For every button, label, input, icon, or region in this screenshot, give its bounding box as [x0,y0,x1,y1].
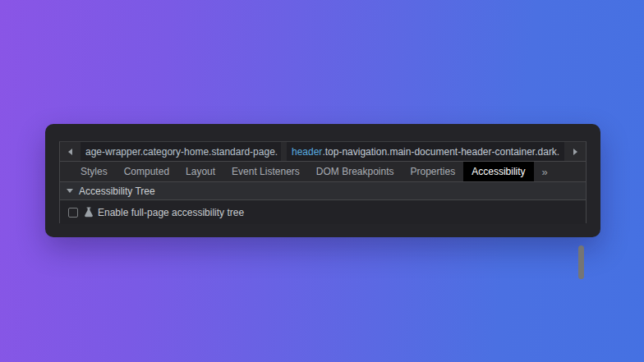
devtools-sidebar-pane: age-wrapper.category-home.standard-page.… [59,141,586,223]
tab-event-listeners[interactable]: Event Listeners [223,162,308,181]
tab-layout[interactable]: Layout [177,162,223,181]
sidebar-tab-bar: Styles Computed Layout Event Listeners D… [60,162,586,182]
scrollbar-thumb[interactable] [578,245,584,279]
enable-full-page-tree-row: Enable full-page accessibility tree [60,200,586,224]
more-tabs-button[interactable]: » [534,162,556,181]
accessibility-tree-section-header[interactable]: Accessibility Tree [60,182,586,200]
accessibility-tree-content: Enable full-page accessibility tree [60,200,586,224]
tab-dom-breakpoints[interactable]: DOM Breakpoints [308,162,402,181]
chevron-right-icon [573,149,577,155]
breadcrumb-forward-button[interactable] [565,142,586,161]
section-title: Accessibility Tree [79,186,155,197]
enable-full-page-tree-label[interactable]: Enable full-page accessibility tree [98,207,244,218]
flask-icon [84,207,94,218]
breadcrumb-tag: header [292,146,322,158]
tab-computed[interactable]: Computed [116,162,177,181]
breadcrumb-back-button[interactable] [60,142,80,161]
enable-full-page-tree-checkbox[interactable] [68,208,78,218]
breadcrumb-item-page-wrapper[interactable]: age-wrapper.category-home.standard-page. [80,142,281,161]
chevron-left-icon [68,149,72,155]
tab-properties[interactable]: Properties [402,162,464,181]
tab-accessibility[interactable]: Accessibility [463,162,533,181]
breadcrumb-item-label: age-wrapper.category-home.standard-page. [85,146,278,158]
breadcrumb-classes: .top-navigation.main-document-header-con… [322,146,559,158]
devtools-panel: age-wrapper.category-home.standard-page.… [45,124,600,237]
tab-styles[interactable]: Styles [72,162,116,181]
breadcrumb-item-header[interactable]: header.top-navigation.main-document-head… [287,142,564,161]
triangle-down-icon [67,189,73,193]
breadcrumb: age-wrapper.category-home.standard-page.… [60,142,586,162]
